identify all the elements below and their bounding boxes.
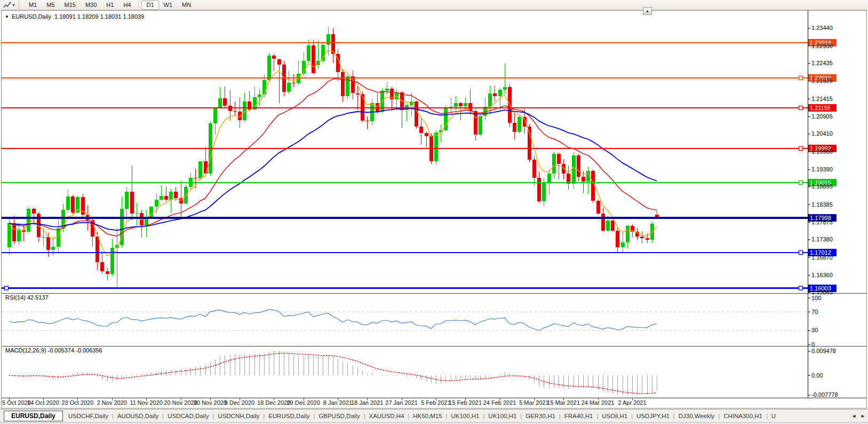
price-tick-1.21415: 1.21415 (811, 96, 833, 103)
chart-tab-china300-h1[interactable]: CHINA300,H1 (720, 413, 766, 419)
chart-tab-usoil-h1[interactable]: USOil,H1 (598, 413, 631, 419)
hline-handle[interactable] (799, 251, 803, 255)
macd-tick-0.009478: 0.009478 (811, 348, 836, 355)
date-label: 30 Nov 2020 (194, 399, 227, 406)
chart-tool-button[interactable]: ▼ (2, 2, 17, 9)
chart-title-ohlc: 1.18091 1.18209 1.18031 1.18039 (54, 13, 144, 20)
price-tick-1.18385: 1.18385 (811, 201, 833, 208)
price-tick-1.20905: 1.20905 (811, 113, 833, 120)
chart-tab-eurusd-daily[interactable]: EURUSD,Daily (265, 413, 313, 419)
price-tick-1.18895: 1.18895 (811, 183, 833, 190)
timeframe-button-d1[interactable]: D1 (141, 1, 158, 10)
chart-tab-ger30-h1[interactable]: GER30,H1 (522, 413, 559, 419)
date-label: 5 Feb 2021 (421, 399, 451, 406)
chart-canvas (1, 10, 867, 409)
tab-scroll-right-icon[interactable]: ► (861, 413, 865, 419)
rsi-label: RSI(14) 42.5137 (5, 294, 49, 301)
main-toolbar: ▼ M1M5M15M30H1H4D1W1MN (0, 0, 868, 10)
date-label: 8 Jan 2021 (323, 399, 352, 406)
rsi-tick-0: 0 (811, 341, 815, 348)
chart-tab-eurusd-daily[interactable]: EURUSD,Daily (4, 411, 63, 421)
macd-label: MACD(12,26,9) -0.005374 -0.006356 (5, 347, 102, 354)
date-label: 11 Nov 2020 (130, 399, 163, 406)
chart-tab-xauusd-h4[interactable]: XAUUSD,H4 (365, 413, 408, 419)
macd-tick--0.007778: -0.007778 (811, 391, 838, 398)
price-tick-1.19390: 1.19390 (811, 166, 833, 173)
timeframe-button-group: M1M5M15M30H1H4D1W1MN (24, 1, 196, 10)
price-tick-1.20410: 1.20410 (811, 130, 833, 137)
price-tick-1.21925: 1.21925 (811, 77, 833, 84)
chart-tab-usdjpy-h1[interactable]: USDJPY,H1 (633, 413, 673, 419)
date-label: 23 Oct 2020 (61, 399, 93, 406)
date-label: 9 Dec 2020 (225, 399, 254, 406)
timeframe-button-m30[interactable]: M30 (81, 1, 101, 10)
price-tick-1.16360: 1.16360 (811, 272, 833, 279)
hline-handle[interactable] (799, 286, 803, 290)
chart-tab-bar: EURUSD,DailyUSDCHF,Daily|AUDUSD,Daily|US… (0, 409, 868, 422)
date-label: 15 Mar 2021 (547, 399, 580, 406)
chart-tab-usdcad-daily[interactable]: USDCAD,Daily (164, 413, 212, 419)
window-menu-icon[interactable]: ▼ (5, 14, 9, 19)
price-tick-1.23440: 1.23440 (811, 25, 833, 32)
hline-handle[interactable] (799, 147, 803, 151)
date-label: 29 Dec 2020 (286, 399, 320, 406)
chart-tab-uk100-h1[interactable]: UK100,H1 (447, 413, 483, 419)
hline-handle[interactable] (5, 286, 9, 290)
hline-handle[interactable] (799, 76, 803, 80)
chart-title: ▼EURUSD,Daily 1.18091 1.18209 1.18031 1.… (5, 13, 144, 20)
date-label: 18 Dec 2020 (257, 399, 290, 406)
macd-tick-0.00: 0.00 (811, 372, 823, 379)
toolbar-grip (19, 2, 21, 9)
chart-tab-dj30-weekly[interactable]: DJ30,Weekly (675, 413, 719, 419)
chart-tabs: EURUSD,DailyUSDCHF,Daily|AUDUSD,Daily|US… (0, 411, 848, 421)
date-label: 2 Apr 2021 (618, 399, 646, 406)
price-tick-1.17380: 1.17380 (811, 236, 833, 243)
tool-dropdown-caret-icon[interactable]: ▼ (12, 3, 15, 7)
date-label: 14 Oct 2020 (27, 399, 59, 406)
timeframe-button-h1[interactable]: H1 (101, 1, 118, 10)
date-label: 24 Feb 2021 (483, 399, 516, 406)
timeframe-button-w1[interactable]: W1 (159, 1, 178, 10)
chart-tab-u[interactable]: U (768, 413, 779, 419)
chart-tab-fra40-h1[interactable]: FRA40,H1 (561, 413, 597, 419)
timeframe-button-mn[interactable]: MN (177, 1, 196, 10)
date-label: 18 Jan 2021 (351, 399, 384, 406)
date-label: 2 Nov 2020 (97, 399, 127, 406)
chart-tab-usdcnh-daily[interactable]: USDCNH,Daily (214, 413, 263, 419)
chart-tab-audusd-daily[interactable]: AUDUSD,Daily (114, 413, 162, 419)
date-label: 5 Mar 2021 (519, 399, 549, 406)
rsi-tick-70: 70 (811, 309, 818, 316)
price-tick-1.17875: 1.17875 (811, 219, 833, 226)
metatrader-window: { "icons": {"window_menu":"▼","tool_care… (0, 0, 868, 424)
chart-line-tool-icon (3, 2, 11, 9)
tab-scroll-buttons: ◄ ► (849, 410, 865, 422)
rsi-tick-30: 30 (811, 327, 818, 334)
timeframe-button-m1[interactable]: M1 (24, 1, 42, 10)
date-label: 20 Nov 2020 (164, 399, 197, 406)
price-tick-1.16870: 1.16870 (811, 254, 833, 261)
chart-title-symbol: EURUSD,Daily (12, 13, 51, 20)
rsi-tick-100: 100 (811, 295, 821, 302)
tab-scroll-left-icon[interactable]: ◄ (851, 413, 856, 419)
chart-tab-hk50-m15[interactable]: HK50,M15 (409, 413, 445, 419)
hline-handle[interactable] (799, 181, 803, 185)
timeframe-button-h4[interactable]: H4 (118, 1, 136, 10)
price-tick-1.22930: 1.22930 (811, 43, 833, 50)
toolbar-separator (138, 1, 139, 9)
hline-handle[interactable] (799, 106, 803, 110)
chart-tab-usdchf-daily[interactable]: USDCHF,Daily (65, 413, 112, 419)
price-tick-1.22435: 1.22435 (811, 60, 833, 67)
scroll-up-button[interactable]: ▲ (643, 7, 652, 15)
date-label: 15 Feb 2021 (449, 399, 482, 406)
timeframe-button-m5[interactable]: M5 (42, 1, 59, 10)
date-label: 27 Jan 2021 (385, 399, 418, 406)
timeframe-button-m15[interactable]: M15 (60, 1, 81, 10)
date-label: 24 Mar 2021 (582, 399, 615, 406)
status-strip (0, 422, 868, 424)
chart-tab-uk100-h1[interactable]: UK100,H1 (484, 413, 520, 419)
chart-tab-gbpusd-daily[interactable]: GBPUSD,Daily (315, 413, 363, 419)
price-tick-1.19900: 1.19900 (811, 148, 833, 155)
price-tag-1.21155: 1.21155 (808, 104, 837, 112)
date-label: 5 Oct 2020 (2, 399, 31, 406)
